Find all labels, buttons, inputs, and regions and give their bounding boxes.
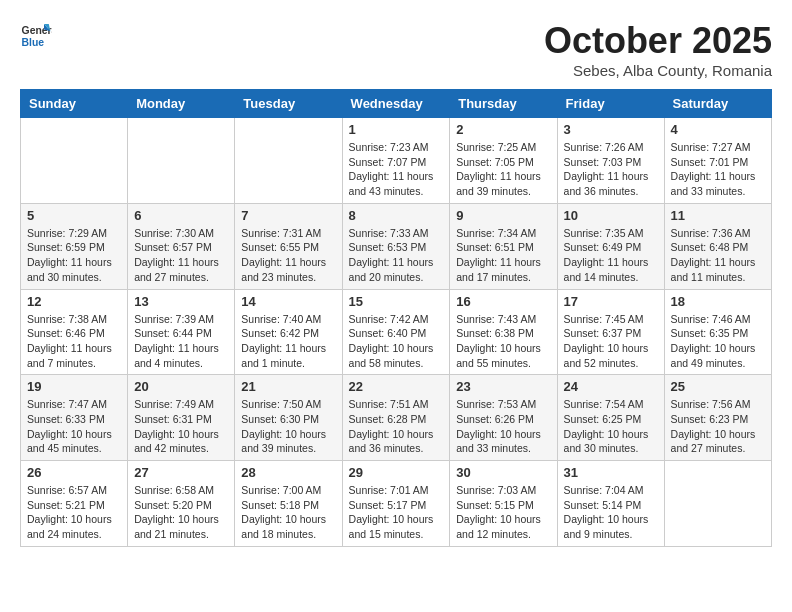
day-cell xyxy=(235,118,342,204)
day-number: 19 xyxy=(27,379,121,394)
day-info: Sunrise: 7:30 AM Sunset: 6:57 PM Dayligh… xyxy=(134,226,228,285)
logo: General Blue xyxy=(20,20,52,52)
day-number: 15 xyxy=(349,294,444,309)
day-number: 17 xyxy=(564,294,658,309)
day-info: Sunrise: 6:58 AM Sunset: 5:20 PM Dayligh… xyxy=(134,483,228,542)
day-number: 25 xyxy=(671,379,765,394)
day-cell: 27Sunrise: 6:58 AM Sunset: 5:20 PM Dayli… xyxy=(128,461,235,547)
weekday-header-sunday: Sunday xyxy=(21,90,128,118)
day-info: Sunrise: 7:35 AM Sunset: 6:49 PM Dayligh… xyxy=(564,226,658,285)
day-cell: 23Sunrise: 7:53 AM Sunset: 6:26 PM Dayli… xyxy=(450,375,557,461)
day-number: 31 xyxy=(564,465,658,480)
day-number: 21 xyxy=(241,379,335,394)
day-number: 20 xyxy=(134,379,228,394)
weekday-header-thursday: Thursday xyxy=(450,90,557,118)
day-info: Sunrise: 7:23 AM Sunset: 7:07 PM Dayligh… xyxy=(349,140,444,199)
day-info: Sunrise: 7:31 AM Sunset: 6:55 PM Dayligh… xyxy=(241,226,335,285)
day-number: 12 xyxy=(27,294,121,309)
day-info: Sunrise: 7:00 AM Sunset: 5:18 PM Dayligh… xyxy=(241,483,335,542)
day-info: Sunrise: 7:33 AM Sunset: 6:53 PM Dayligh… xyxy=(349,226,444,285)
title-area: October 2025 Sebes, Alba County, Romania xyxy=(544,20,772,79)
day-info: Sunrise: 7:54 AM Sunset: 6:25 PM Dayligh… xyxy=(564,397,658,456)
day-cell: 17Sunrise: 7:45 AM Sunset: 6:37 PM Dayli… xyxy=(557,289,664,375)
day-info: Sunrise: 7:42 AM Sunset: 6:40 PM Dayligh… xyxy=(349,312,444,371)
day-cell: 13Sunrise: 7:39 AM Sunset: 6:44 PM Dayli… xyxy=(128,289,235,375)
day-info: Sunrise: 7:51 AM Sunset: 6:28 PM Dayligh… xyxy=(349,397,444,456)
day-info: Sunrise: 7:36 AM Sunset: 6:48 PM Dayligh… xyxy=(671,226,765,285)
day-number: 2 xyxy=(456,122,550,137)
day-info: Sunrise: 7:46 AM Sunset: 6:35 PM Dayligh… xyxy=(671,312,765,371)
week-row-1: 1Sunrise: 7:23 AM Sunset: 7:07 PM Daylig… xyxy=(21,118,772,204)
day-number: 18 xyxy=(671,294,765,309)
week-row-5: 26Sunrise: 6:57 AM Sunset: 5:21 PM Dayli… xyxy=(21,461,772,547)
day-number: 6 xyxy=(134,208,228,223)
day-info: Sunrise: 7:45 AM Sunset: 6:37 PM Dayligh… xyxy=(564,312,658,371)
day-info: Sunrise: 7:56 AM Sunset: 6:23 PM Dayligh… xyxy=(671,397,765,456)
day-cell: 26Sunrise: 6:57 AM Sunset: 5:21 PM Dayli… xyxy=(21,461,128,547)
day-cell: 18Sunrise: 7:46 AM Sunset: 6:35 PM Dayli… xyxy=(664,289,771,375)
day-info: Sunrise: 7:53 AM Sunset: 6:26 PM Dayligh… xyxy=(456,397,550,456)
day-number: 3 xyxy=(564,122,658,137)
day-info: Sunrise: 7:47 AM Sunset: 6:33 PM Dayligh… xyxy=(27,397,121,456)
day-number: 10 xyxy=(564,208,658,223)
day-cell: 12Sunrise: 7:38 AM Sunset: 6:46 PM Dayli… xyxy=(21,289,128,375)
week-row-2: 5Sunrise: 7:29 AM Sunset: 6:59 PM Daylig… xyxy=(21,203,772,289)
day-number: 23 xyxy=(456,379,550,394)
day-number: 24 xyxy=(564,379,658,394)
location-title: Sebes, Alba County, Romania xyxy=(544,62,772,79)
day-cell xyxy=(21,118,128,204)
day-cell: 3Sunrise: 7:26 AM Sunset: 7:03 PM Daylig… xyxy=(557,118,664,204)
day-cell: 30Sunrise: 7:03 AM Sunset: 5:15 PM Dayli… xyxy=(450,461,557,547)
day-info: Sunrise: 7:01 AM Sunset: 5:17 PM Dayligh… xyxy=(349,483,444,542)
day-info: Sunrise: 7:34 AM Sunset: 6:51 PM Dayligh… xyxy=(456,226,550,285)
week-row-3: 12Sunrise: 7:38 AM Sunset: 6:46 PM Dayli… xyxy=(21,289,772,375)
day-info: Sunrise: 7:50 AM Sunset: 6:30 PM Dayligh… xyxy=(241,397,335,456)
day-info: Sunrise: 6:57 AM Sunset: 5:21 PM Dayligh… xyxy=(27,483,121,542)
day-cell: 28Sunrise: 7:00 AM Sunset: 5:18 PM Dayli… xyxy=(235,461,342,547)
day-cell: 22Sunrise: 7:51 AM Sunset: 6:28 PM Dayli… xyxy=(342,375,450,461)
day-cell: 2Sunrise: 7:25 AM Sunset: 7:05 PM Daylig… xyxy=(450,118,557,204)
day-number: 30 xyxy=(456,465,550,480)
weekday-header-tuesday: Tuesday xyxy=(235,90,342,118)
day-number: 11 xyxy=(671,208,765,223)
day-cell: 24Sunrise: 7:54 AM Sunset: 6:25 PM Dayli… xyxy=(557,375,664,461)
day-cell: 8Sunrise: 7:33 AM Sunset: 6:53 PM Daylig… xyxy=(342,203,450,289)
day-cell: 4Sunrise: 7:27 AM Sunset: 7:01 PM Daylig… xyxy=(664,118,771,204)
day-info: Sunrise: 7:25 AM Sunset: 7:05 PM Dayligh… xyxy=(456,140,550,199)
day-number: 8 xyxy=(349,208,444,223)
day-info: Sunrise: 7:38 AM Sunset: 6:46 PM Dayligh… xyxy=(27,312,121,371)
day-number: 16 xyxy=(456,294,550,309)
weekday-header-wednesday: Wednesday xyxy=(342,90,450,118)
day-cell xyxy=(128,118,235,204)
day-number: 26 xyxy=(27,465,121,480)
day-number: 29 xyxy=(349,465,444,480)
logo-icon: General Blue xyxy=(20,20,52,52)
page-header: General Blue October 2025 Sebes, Alba Co… xyxy=(20,20,772,79)
day-info: Sunrise: 7:04 AM Sunset: 5:14 PM Dayligh… xyxy=(564,483,658,542)
day-cell: 14Sunrise: 7:40 AM Sunset: 6:42 PM Dayli… xyxy=(235,289,342,375)
day-info: Sunrise: 7:43 AM Sunset: 6:38 PM Dayligh… xyxy=(456,312,550,371)
day-cell: 10Sunrise: 7:35 AM Sunset: 6:49 PM Dayli… xyxy=(557,203,664,289)
day-number: 14 xyxy=(241,294,335,309)
day-number: 4 xyxy=(671,122,765,137)
week-row-4: 19Sunrise: 7:47 AM Sunset: 6:33 PM Dayli… xyxy=(21,375,772,461)
month-title: October 2025 xyxy=(544,20,772,62)
day-number: 28 xyxy=(241,465,335,480)
day-info: Sunrise: 7:39 AM Sunset: 6:44 PM Dayligh… xyxy=(134,312,228,371)
day-cell: 11Sunrise: 7:36 AM Sunset: 6:48 PM Dayli… xyxy=(664,203,771,289)
day-number: 9 xyxy=(456,208,550,223)
day-cell: 31Sunrise: 7:04 AM Sunset: 5:14 PM Dayli… xyxy=(557,461,664,547)
day-cell: 6Sunrise: 7:30 AM Sunset: 6:57 PM Daylig… xyxy=(128,203,235,289)
svg-text:Blue: Blue xyxy=(22,37,45,48)
day-cell: 15Sunrise: 7:42 AM Sunset: 6:40 PM Dayli… xyxy=(342,289,450,375)
day-number: 13 xyxy=(134,294,228,309)
day-info: Sunrise: 7:40 AM Sunset: 6:42 PM Dayligh… xyxy=(241,312,335,371)
day-cell: 25Sunrise: 7:56 AM Sunset: 6:23 PM Dayli… xyxy=(664,375,771,461)
day-number: 27 xyxy=(134,465,228,480)
day-cell: 5Sunrise: 7:29 AM Sunset: 6:59 PM Daylig… xyxy=(21,203,128,289)
day-cell: 29Sunrise: 7:01 AM Sunset: 5:17 PM Dayli… xyxy=(342,461,450,547)
day-number: 1 xyxy=(349,122,444,137)
weekday-header-friday: Friday xyxy=(557,90,664,118)
day-info: Sunrise: 7:49 AM Sunset: 6:31 PM Dayligh… xyxy=(134,397,228,456)
calendar-table: SundayMondayTuesdayWednesdayThursdayFrid… xyxy=(20,89,772,547)
